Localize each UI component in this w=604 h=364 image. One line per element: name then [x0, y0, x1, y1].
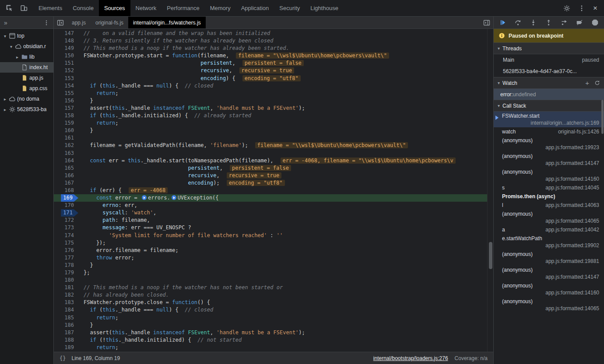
line-number[interactable]: 185 — [62, 314, 78, 322]
editor-scrollbar[interactable] — [487, 29, 493, 352]
navigator-menu-icon[interactable] — [43, 20, 49, 26]
line-gutter[interactable]: 156 — [54, 97, 78, 105]
panel-tab-network[interactable]: Network — [130, 0, 162, 16]
execution-line-marker[interactable]: 169 — [61, 194, 78, 202]
line-number[interactable]: 178 — [62, 262, 78, 269]
line-number[interactable]: 179 — [62, 269, 78, 276]
line-number[interactable]: 170 — [62, 202, 78, 209]
line-gutter[interactable]: 154 — [54, 82, 78, 90]
line-gutter[interactable]: 165 — [54, 164, 78, 172]
line-number[interactable]: 174 — [62, 232, 78, 239]
file-tab-app-js[interactable]: app.js — [67, 17, 91, 28]
line-gutter[interactable]: 153 — [54, 75, 78, 82]
line-gutter[interactable]: 152 — [54, 67, 78, 74]
line-gutter[interactable]: 157 — [54, 105, 78, 112]
thread-item[interactable]: 5628f533-ba4e-4d47-ae37-0c... — [494, 66, 604, 77]
line-number[interactable]: 189 — [62, 344, 78, 351]
navigator-item-index-ht[interactable]: index.ht — [0, 62, 53, 73]
call-stack-frame[interactable]: aapp.js:formatted:14042 — [494, 225, 604, 234]
step-into-marker-icon[interactable] — [142, 195, 147, 200]
resume-icon[interactable] — [499, 19, 506, 26]
step-icon[interactable] — [561, 19, 568, 26]
panel-tab-application[interactable]: Application — [236, 0, 274, 16]
step-out-icon[interactable] — [545, 19, 552, 26]
call-stack-frame[interactable]: (anonymous)app.js:formatted:19923 — [494, 136, 604, 152]
navigator-item-app-js[interactable]: app.js — [0, 73, 53, 83]
line-number[interactable]: 150 — [62, 52, 78, 60]
line-gutter[interactable]: 159 — [54, 119, 78, 127]
line-gutter[interactable]: 174 — [54, 232, 78, 239]
navigator-item-app-css[interactable]: app.css — [0, 83, 53, 94]
line-gutter[interactable]: 177 — [54, 254, 78, 262]
panel-tab-performance[interactable]: Performance — [162, 0, 204, 16]
line-number[interactable]: 148 — [62, 37, 78, 45]
thread-item[interactable]: Mainpaused — [494, 54, 604, 66]
panel-tab-security[interactable]: Security — [274, 0, 305, 16]
line-gutter[interactable]: 150 — [54, 52, 78, 60]
call-stack-frame[interactable]: (anonymous)app.js:formatted:14147 — [494, 266, 604, 281]
line-gutter[interactable]: 183 — [54, 299, 78, 306]
line-gutter[interactable]: 148 — [54, 37, 78, 45]
line-number[interactable]: 147 — [62, 30, 78, 37]
panel-tab-memory[interactable]: Memory — [205, 0, 236, 16]
debugger-scrollbar-thumb[interactable] — [601, 100, 604, 134]
line-number[interactable]: 175 — [62, 239, 78, 247]
line-gutter[interactable]: 147 — [54, 30, 78, 37]
line-number[interactable]: 156 — [62, 97, 78, 105]
more-options-icon[interactable] — [578, 5, 585, 12]
line-gutter[interactable]: 155 — [54, 90, 78, 97]
line-number[interactable]: 151 — [62, 60, 78, 67]
add-watch-icon[interactable]: + — [585, 80, 589, 86]
navigator-item-obsidian-r[interactable]: ▾obsidian.r — [0, 41, 53, 52]
line-number[interactable]: 182 — [62, 291, 78, 299]
step-into-icon[interactable] — [530, 19, 537, 26]
line-number[interactable]: 173 — [62, 224, 78, 231]
line-gutter[interactable]: 158 — [54, 112, 78, 119]
line-gutter[interactable]: 179 — [54, 269, 78, 276]
line-gutter[interactable]: 169 — [54, 194, 78, 202]
line-number[interactable]: 152 — [62, 67, 78, 74]
bootstrap-link[interactable]: internal/bootstrap/loaders.js:276 — [373, 355, 448, 361]
line-gutter[interactable]: 163 — [54, 150, 78, 157]
inspect-element-icon[interactable] — [6, 4, 13, 12]
navigator-item-5628f533-ba[interactable]: ▸5628f533-ba — [0, 104, 53, 115]
line-gutter[interactable]: 186 — [54, 322, 78, 329]
panel-tab-lighthouse[interactable]: Lighthouse — [305, 0, 344, 16]
line-gutter[interactable]: 175 — [54, 239, 78, 247]
call-stack-frame[interactable]: watchoriginal-fs.js:1426 — [494, 127, 604, 136]
line-gutter[interactable]: 180 — [54, 276, 78, 284]
line-gutter[interactable]: 170 — [54, 202, 78, 209]
line-gutter[interactable]: 167 — [54, 179, 78, 187]
line-gutter[interactable]: 172 — [54, 217, 78, 224]
line-gutter[interactable]: 160 — [54, 127, 78, 134]
step-over-icon[interactable] — [515, 19, 521, 26]
line-gutter[interactable]: 182 — [54, 291, 78, 299]
line-number[interactable]: 154 — [62, 82, 78, 90]
panel-tab-sources[interactable]: Sources — [99, 0, 130, 16]
line-number[interactable]: 172 — [62, 217, 78, 224]
toggle-navigator-icon[interactable] — [54, 17, 67, 28]
line-number[interactable]: 177 — [62, 254, 78, 262]
file-tab-original-fs-js[interactable]: original-fs.js — [91, 17, 128, 28]
call-stack-frame[interactable]: Promise.then (async) — [494, 192, 604, 201]
file-tab-internal-origin-fs-watchers-js[interactable]: internal/origin...fs/watchers.js — [128, 17, 206, 28]
call-stack-frame[interactable]: (anonymous)app.js:formatted:14160 — [494, 281, 604, 297]
line-number[interactable]: 167 — [62, 179, 78, 187]
call-stack-frame[interactable]: (anonymous)app.js:formatted:14065 — [494, 210, 604, 225]
line-number[interactable]: 184 — [62, 306, 78, 314]
watch-expression[interactable]: error: undefined — [494, 89, 604, 100]
source-editor[interactable]: 147// on a valid filename and the wrap h… — [54, 29, 487, 352]
line-gutter[interactable]: 188 — [54, 336, 78, 344]
line-gutter[interactable]: 151 — [54, 60, 78, 67]
line-number[interactable]: 183 — [62, 299, 78, 306]
more-tabs-icon[interactable]: » — [4, 19, 7, 26]
line-number[interactable]: 162 — [62, 142, 78, 149]
line-number[interactable]: 187 — [62, 329, 78, 336]
navigator-item-lib[interactable]: ▸lib — [0, 52, 53, 62]
line-number[interactable]: 160 — [62, 127, 78, 134]
line-number[interactable]: 188 — [62, 336, 78, 344]
call-stack-frame[interactable]: FSWatcher.startinternal/origin...atchers… — [494, 112, 604, 127]
navigator-item-no-doma[interactable]: ▸(no doma — [0, 94, 53, 104]
line-number[interactable]: 153 — [62, 75, 78, 82]
line-number[interactable]: 186 — [62, 322, 78, 329]
